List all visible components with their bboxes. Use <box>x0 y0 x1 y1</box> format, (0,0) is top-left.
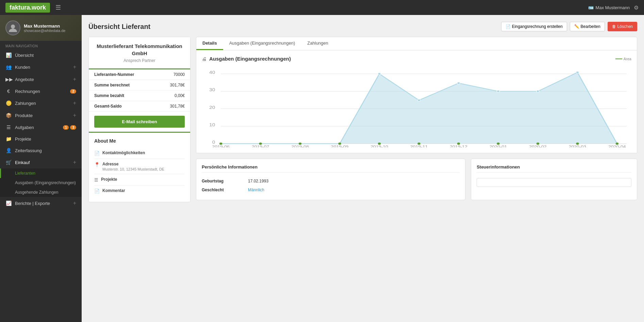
tab-ausgaben[interactable]: Ausgaben (Eingangsrechnungen) <box>223 37 301 50</box>
sidebar-item-produkte[interactable]: 📦 Produkte + <box>0 109 82 122</box>
svg-point-33 <box>378 73 381 75</box>
supplier-subtitle: Ansprech Partner <box>94 58 185 63</box>
edit-button[interactable]: ✏️ Bearbeiten <box>570 22 605 31</box>
topbar: faktura.work ☰ 🪪 Max Mustermann ⚙ <box>0 0 644 15</box>
chart-title: Ausgaben (Eingangsrechnungen) <box>209 56 291 62</box>
sidebar-item-label: Produkte <box>15 113 33 118</box>
svg-point-36 <box>497 90 499 93</box>
sidebar-username: Max Mustermann <box>24 23 65 29</box>
content-area: Übersicht Lieferant 📄 Eingangsrechnung e… <box>82 15 644 322</box>
sidebar-email: showcase@whitedata.de <box>24 29 65 33</box>
svg-text:2020-02: 2020-02 <box>529 145 546 147</box>
sidebar-item-label: Kunden <box>15 65 30 70</box>
svg-point-34 <box>417 99 420 101</box>
plus-icon[interactable]: + <box>73 112 76 118</box>
document-icon: 📄 <box>94 151 100 156</box>
info-val-geschlecht[interactable]: Männlich <box>248 188 264 192</box>
main-layout: Max Mustermann showcase@whitedata.de MAI… <box>0 15 644 322</box>
tabs: Details Ausgaben (Eingangsrechnungen) Za… <box>196 37 637 50</box>
list-icon: ☰ <box>94 177 98 182</box>
sidebar-item-angebote[interactable]: ▶▶ Angebote + <box>0 73 82 85</box>
info-key: Geschlecht <box>202 188 243 192</box>
svg-text:2019-09: 2019-09 <box>331 145 348 147</box>
sidebar-item-label: Aufgaben <box>15 125 34 130</box>
svg-text:2019-06: 2019-06 <box>212 145 229 147</box>
plus-icon[interactable]: + <box>73 159 76 165</box>
zahlungen-icon: 🪙 <box>5 100 12 106</box>
about-me-title: About Me <box>94 138 185 144</box>
create-invoice-button[interactable]: 📄 Eingangsrechnung erstellen <box>501 22 567 31</box>
settings-icon[interactable]: ⚙ <box>634 4 639 11</box>
svg-point-31 <box>576 143 579 145</box>
plus-icon[interactable]: + <box>73 100 76 106</box>
sidebar-item-uebersicht[interactable]: 📊 Übersicht <box>0 49 82 61</box>
sidebar-subitem-ausgehende-zahlungen[interactable]: Ausgehende Zahlungen <box>0 188 82 197</box>
sidebar: Max Mustermann showcase@whitedata.de MAI… <box>0 15 82 322</box>
svg-point-0 <box>11 25 15 29</box>
aufgaben-badge2: 3 <box>70 125 76 130</box>
delete-button[interactable]: 🗑 Löschen <box>608 22 637 31</box>
svg-point-32 <box>616 143 618 145</box>
nav-label: MAIN NAVIGATION <box>0 41 82 49</box>
plus-icon[interactable]: + <box>73 76 76 82</box>
detail-label: Lieferanten-Nummer <box>94 72 134 77</box>
page-actions: 📄 Eingangsrechnung erstellen ✏️ Bearbeit… <box>501 22 637 31</box>
steuer-input[interactable] <box>477 178 631 187</box>
einkauf-icon: 🛒 <box>5 160 12 165</box>
sidebar-item-label: Projekte <box>15 136 31 142</box>
sidebar-item-projekte[interactable]: 📁 Projekte <box>0 133 82 145</box>
info-grid: Persönliche Informationen Geburtstag 17.… <box>196 159 637 200</box>
svg-text:10: 10 <box>209 123 215 127</box>
berichte-icon: 📈 <box>5 200 12 206</box>
svg-point-35 <box>457 82 460 84</box>
detail-value: 301,78€ <box>170 83 185 87</box>
chart-svg: 0 10 20 30 40 2019-06 <box>202 66 631 147</box>
svg-text:2019-10: 2019-10 <box>370 145 388 147</box>
legend-line <box>615 59 622 59</box>
email-button[interactable]: E-Mail schreiben <box>94 116 185 128</box>
sidebar-item-rechnungen[interactable]: € Rechnungen 2 <box>0 85 82 97</box>
sidebar-item-zeiterfassung[interactable]: 👤 Zeiterfassung <box>0 145 82 156</box>
info-row-geburtstag: Geburtstag 17.02.1993 <box>202 177 460 186</box>
supplier-name: Musterlieferant Telekommunikation GmbH <box>94 43 185 57</box>
detail-label: Summe bezahlt <box>94 93 124 98</box>
einkauf-subitems: Lieferanten Ausgaben (Eingangsrechnungen… <box>0 168 82 197</box>
detail-value: 70000 <box>174 72 185 77</box>
sidebar-item-zahlungen[interactable]: 🪙 Zahlungen + <box>0 97 82 109</box>
svg-text:2020-03: 2020-03 <box>569 145 586 147</box>
tab-zahlungen[interactable]: Zahlungen <box>301 37 334 50</box>
svg-text:2019-08: 2019-08 <box>291 145 309 147</box>
tab-details[interactable]: Details <box>196 37 223 50</box>
avatar <box>5 20 20 35</box>
svg-point-23 <box>259 143 262 145</box>
svg-text:2019-11: 2019-11 <box>410 145 428 147</box>
sidebar-item-label: Zahlungen <box>15 101 36 106</box>
personal-info-card: Persönliche Informationen Geburtstag 17.… <box>196 159 465 200</box>
hamburger-icon[interactable]: ☰ <box>55 4 61 11</box>
profile-info: Max Mustermann showcase@whitedata.de <box>24 23 65 33</box>
chart-icon: 📊 <box>5 52 12 58</box>
plus-icon[interactable]: + <box>73 64 76 70</box>
printer-icon: 🖨 <box>202 56 207 62</box>
svg-text:2020-01: 2020-01 <box>490 145 507 147</box>
personal-info-title: Persönliche Informationen <box>202 164 460 173</box>
sidebar-item-label: Rechnungen <box>15 89 40 94</box>
location-icon: 📍 <box>94 162 100 167</box>
sidebar-item-aufgaben[interactable]: ☰ Aufgaben 1 3 <box>0 122 82 133</box>
about-kontakt: 📄 Kontaktmöglichkeiten <box>94 148 185 159</box>
detail-gesamt-saldo: Gesamt-Saldo 301,78€ <box>89 101 190 112</box>
sidebar-item-kunden[interactable]: 👥 Kunden + <box>0 61 82 73</box>
sidebar-subitem-eingangsrechnungen[interactable]: Ausgaben (Eingangsrechnungen) <box>0 178 82 188</box>
svg-point-30 <box>536 143 539 145</box>
chart-header: 🖨 Ausgaben (Eingangsrechnungen) Area <box>202 56 631 62</box>
plus-icon[interactable]: + <box>73 200 76 206</box>
detail-value: 301,78€ <box>170 104 185 109</box>
sidebar-subitem-lieferanten[interactable]: Lieferanten <box>0 168 82 178</box>
edit-icon: ✏️ <box>574 24 579 29</box>
sidebar-item-einkauf[interactable]: 🛒 Einkauf + <box>0 156 82 168</box>
steuer-info-title: Steuerinformationen <box>477 164 631 173</box>
about-kommentar-label: Kommentar <box>102 188 125 193</box>
sidebar-item-berichte[interactable]: 📈 Berichte | Exporte + <box>0 197 82 209</box>
sidebar-item-label: Einkauf <box>15 160 30 165</box>
svg-text:2019-07: 2019-07 <box>252 145 269 147</box>
